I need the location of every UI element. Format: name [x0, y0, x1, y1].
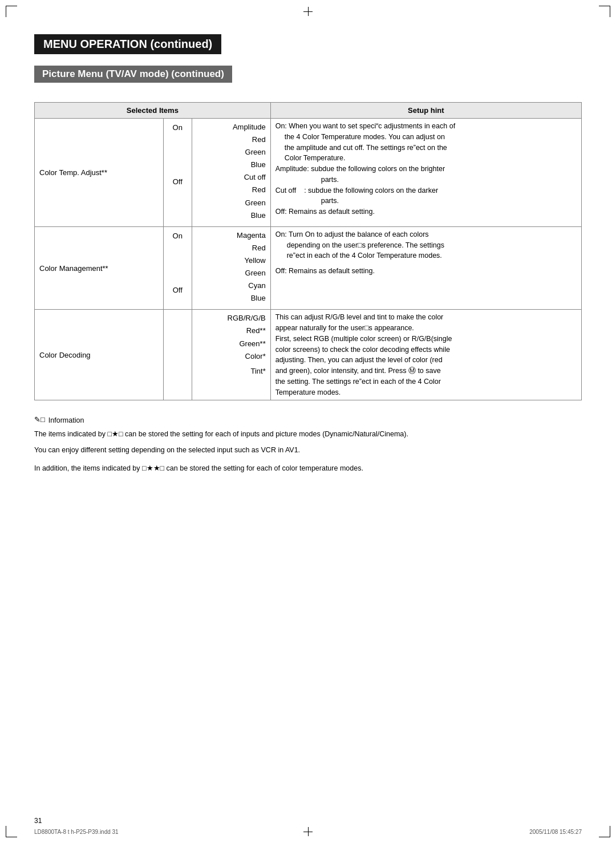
main-table: Selected Items Setup hint Color Temp. Ad… [34, 102, 582, 400]
hint-color-mgmt: On: Turn On to adjust the balance of eac… [270, 226, 581, 310]
on-off-color-decoding [163, 310, 192, 400]
on-off-color-mgmt: On Off [163, 226, 192, 310]
info-title: Information [48, 415, 84, 426]
corner-mark-br [599, 826, 610, 837]
main-title: MENU OPERATION (continued) [34, 34, 221, 54]
cross-mark-top [302, 6, 314, 17]
footer-date: 2005/11/08 15:45:27 [529, 829, 582, 835]
col-selected-items: Selected Items [35, 103, 271, 119]
corner-mark-bl [6, 826, 17, 837]
info-line1: The items indicated by □★□ can be stored… [34, 428, 582, 440]
item-name-color-mgmt: Color Management** [35, 226, 164, 310]
on-off-color-temp: On Off [163, 119, 192, 227]
hint-color-decoding: This can adjust R/G/B level and tint to … [270, 310, 581, 400]
table-row: Color Temp. Adjust** On Off Amplitude Re… [35, 119, 582, 227]
info-section: ✎□ Information The items indicated by □★… [34, 414, 582, 474]
subitems-color-temp: Amplitude Red Green Blue Cut off Red Gre… [192, 119, 270, 227]
info-line3: In addition, the items indicated by □★★□… [34, 463, 582, 474]
page-number: 31 [34, 817, 42, 825]
item-name-color-decoding: Color Decoding [35, 310, 164, 400]
hint-color-temp: On: When you want to set speci“c adjustm… [270, 119, 581, 227]
item-name-color-temp: Color Temp. Adjust** [35, 119, 164, 227]
info-icon: ✎□ [34, 414, 45, 426]
table-row: Color Management** On Off Magenta Red Ye… [35, 226, 582, 310]
corner-mark-tl [6, 6, 17, 17]
footer-filename: LD8800TA-8 t h-P25-P39.indd 31 [34, 829, 119, 835]
cross-mark-bottom [302, 826, 314, 837]
info-line2: You can enjoy different setting dependin… [34, 444, 582, 456]
subitems-color-decoding: RGB/R/G/B Red** Green** Color* Tint* [192, 310, 270, 400]
subitems-color-mgmt: Magenta Red Yellow Green Cyan Blue [192, 226, 270, 310]
sub-title: Picture Menu (TV/AV mode) (continued) [34, 66, 232, 83]
page: MENU OPERATION (continued) Picture Menu … [0, 0, 616, 843]
col-setup-hint: Setup hint [270, 103, 581, 119]
table-row: Color Decoding RGB/R/G/B Red** Green** C… [35, 310, 582, 400]
corner-mark-tr [599, 6, 610, 17]
